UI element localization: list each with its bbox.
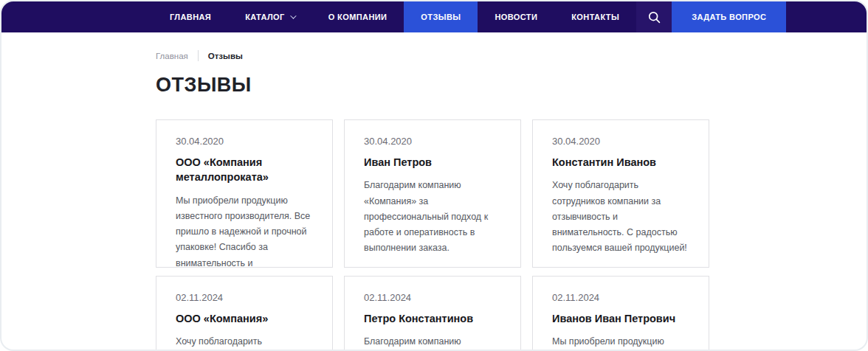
breadcrumb-current: Отзывы <box>208 52 243 60</box>
chevron-down-icon <box>290 13 296 18</box>
review-author: Иванов Иван Петрович <box>552 311 689 326</box>
main-content: Главная Отзывы ОТЗЫВЫ 30.04.2020 ООО «Ко… <box>1 50 867 351</box>
search-button[interactable] <box>636 1 672 32</box>
review-date: 30.04.2020 <box>176 136 313 147</box>
review-card: 30.04.2020 ООО «Компания металлопроката»… <box>156 119 333 268</box>
ask-question-button[interactable]: ЗАДАТЬ ВОПРОС <box>672 1 786 32</box>
review-text: Мы приобрели продукцию известного произв… <box>176 193 313 268</box>
nav-item-home[interactable]: ГЛАВНАЯ <box>153 1 228 32</box>
nav-item-catalog[interactable]: КАТАЛОГ <box>228 1 311 32</box>
reviews-grid: 30.04.2020 ООО «Компания металлопроката»… <box>156 119 867 351</box>
breadcrumb-separator <box>198 50 199 61</box>
review-date: 02.11.2024 <box>552 292 689 303</box>
review-author: ООО «Компания металлопроката» <box>176 155 313 185</box>
review-card: 30.04.2020 Константин Иванов Хочу поблаг… <box>532 119 709 268</box>
review-text: Хочу поблагодарить сотрудников компании … <box>552 178 689 256</box>
breadcrumb-home-link[interactable]: Главная <box>156 52 188 60</box>
review-date: 30.04.2020 <box>364 136 501 147</box>
page-title: ОТЗЫВЫ <box>156 74 867 97</box>
review-date: 02.11.2024 <box>176 292 313 303</box>
review-text: Хочу поблагодарить сотрудников компании … <box>176 334 313 351</box>
page-frame: ГЛАВНАЯ КАТАЛОГ О КОМПАНИИ ОТЗЫВЫ НОВОСТ… <box>0 0 868 351</box>
review-date: 30.04.2020 <box>552 136 689 147</box>
review-author: Иван Петров <box>364 155 501 170</box>
review-text: Благодарим компанию «Компания» за профес… <box>364 178 501 256</box>
breadcrumb: Главная Отзывы <box>156 50 867 61</box>
review-card: 30.04.2020 Иван Петров Благодарим компан… <box>344 119 521 268</box>
review-date: 02.11.2024 <box>364 292 501 303</box>
review-card: 02.11.2024 Иванов Иван Петрович Мы приоб… <box>532 276 709 351</box>
nav-item-news[interactable]: НОВОСТИ <box>478 1 554 32</box>
top-nav: ГЛАВНАЯ КАТАЛОГ О КОМПАНИИ ОТЗЫВЫ НОВОСТ… <box>1 1 867 32</box>
review-author: Петро Константинов <box>364 311 501 326</box>
nav-item-catalog-label: КАТАЛОГ <box>245 13 285 21</box>
nav-item-reviews[interactable]: ОТЗЫВЫ <box>404 1 478 32</box>
review-text: Мы приобрели продукцию известного произв… <box>552 334 689 351</box>
review-author: ООО «Компания» <box>176 311 313 326</box>
review-card: 02.11.2024 ООО «Компания» Хочу поблагода… <box>156 276 333 351</box>
nav-item-contacts[interactable]: КОНТАКТЫ <box>554 1 636 32</box>
review-text: Благодарим компанию «Компания» за профес… <box>364 334 501 351</box>
review-card: 02.11.2024 Петро Константинов Благодарим… <box>344 276 521 351</box>
review-author: Константин Иванов <box>552 155 689 170</box>
search-icon <box>648 11 661 24</box>
nav-item-about[interactable]: О КОМПАНИИ <box>311 1 404 32</box>
